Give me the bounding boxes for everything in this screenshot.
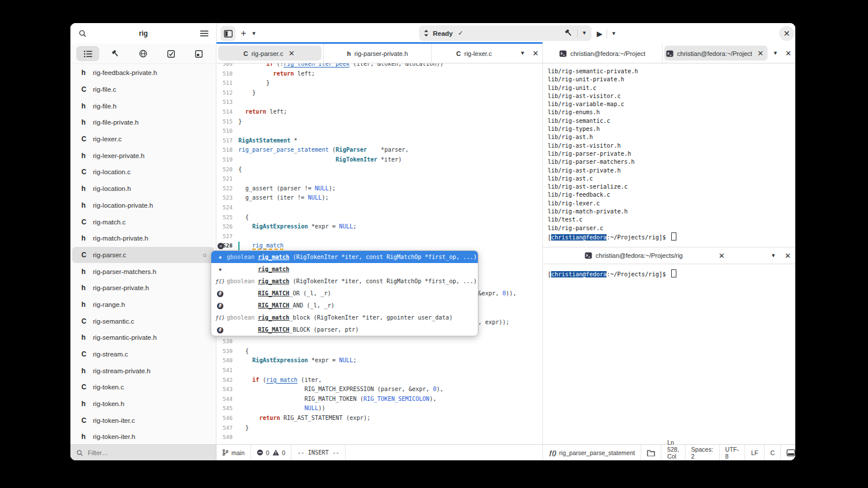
file-item[interactable]: hrig-stream-private.h (70, 362, 216, 379)
line-number[interactable]: 515 (216, 117, 238, 127)
line-number[interactable]: 514 (216, 107, 238, 117)
run-button[interactable]: ▶ (597, 29, 603, 38)
file-item[interactable]: Crig-token.c (70, 379, 216, 396)
file-item[interactable]: hrig-feedback-private.h (70, 65, 216, 81)
file-item[interactable]: Crig-file.c (70, 81, 216, 98)
sidebar-pane-button-outline-list[interactable] (76, 46, 99, 61)
sidebar-pane-button-todo-check[interactable] (159, 46, 182, 61)
line-number[interactable]: 517 (216, 136, 238, 146)
line-number[interactable]: 516 (216, 126, 238, 136)
project-folder-button[interactable] (641, 445, 661, 460)
tab-close-icon[interactable]: ✕ (719, 251, 725, 260)
completion-item[interactable]: ★rig_match (211, 263, 478, 275)
file-item[interactable]: Crig-lexer.c (70, 131, 216, 148)
file-item[interactable]: Crig-stream.c (70, 346, 216, 363)
encoding-indicator[interactable]: UTF-8 (719, 445, 745, 460)
terminal-bottom[interactable]: [christian@fedora:~/Projects/rig]$ (543, 264, 795, 444)
file-item[interactable]: hrig-parser-private.h (70, 280, 216, 296)
line-number[interactable]: 520 (216, 165, 238, 175)
line-number[interactable]: 548 (216, 433, 238, 442)
completion-item[interactable]: #RIG_MATCH_BLOCK (parser, ptr) (211, 324, 478, 336)
toggle-sidebar-button[interactable] (220, 26, 235, 41)
line-number[interactable]: 523 (216, 193, 238, 203)
line-number[interactable]: 546 (216, 414, 238, 423)
tab-close-icon[interactable]: ✕ (755, 49, 765, 58)
terminal-tab[interactable]: christian@fedora:~/Projects✕ (662, 44, 770, 63)
file-item[interactable]: hrig-range.h (70, 296, 216, 313)
completion-item[interactable]: ★gbooleanrig_match (RigTokenIter *iter, … (211, 251, 478, 263)
line-number[interactable]: 524 (216, 203, 238, 213)
line-number[interactable]: 525 (216, 213, 238, 223)
editor-tab-rig-parser.c[interactable]: Crig-parser.c✕ (216, 44, 323, 63)
editor-tab-rig-parser-private.h[interactable]: hrig-parser-private.h (323, 44, 431, 63)
sidebar-pane-button-documentation[interactable] (187, 46, 210, 61)
sidebar-pane-button-build-hammer[interactable] (104, 46, 127, 61)
line-number[interactable]: 522 (216, 184, 238, 194)
open-pages-chevron-icon[interactable]: ▼ (517, 44, 529, 63)
current-symbol-indicator[interactable]: ƒ() rig_parser_parse_statement (542, 445, 641, 460)
line-number[interactable]: 539 (216, 347, 238, 356)
frame-close-icon[interactable]: ✕ (781, 44, 795, 63)
line-number[interactable]: 512 (216, 88, 238, 98)
file-item[interactable]: hrig-location.h (70, 181, 216, 197)
file-item[interactable]: hrig-file-private.h (70, 114, 216, 131)
line-number[interactable]: 519 (216, 155, 238, 165)
diagnostics-indicator[interactable]: 0 0 (251, 445, 292, 460)
file-item[interactable]: Crig-token-iter.c (70, 412, 216, 429)
line-number[interactable]: 547 (216, 423, 238, 433)
indentation-indicator[interactable]: Spaces: 2 (685, 445, 719, 460)
new-tab-button[interactable]: + (238, 26, 249, 41)
file-item[interactable]: Crig-parser.c○ (72, 247, 214, 264)
file-item[interactable]: hrig-parser-matchers.h (70, 263, 216, 280)
open-pages-chevron-icon[interactable]: ▼ (766, 253, 780, 259)
file-item[interactable]: Crig-location.c (70, 164, 216, 181)
new-tab-menu-button[interactable]: ▼ (249, 26, 259, 41)
terminal-top[interactable]: lib/rig-semantic-private.hlib/rig-unit-p… (543, 63, 795, 247)
menu-button[interactable] (197, 26, 212, 41)
build-button[interactable] (564, 29, 573, 37)
line-number[interactable]: 513 (216, 97, 238, 107)
file-item[interactable]: hrig-match-private.h (70, 230, 216, 247)
line-number[interactable]: 541 (216, 366, 238, 376)
build-menu-chevron-icon[interactable]: ▼ (582, 31, 587, 36)
run-menu-chevron-icon[interactable]: ▼ (611, 31, 616, 36)
file-item[interactable]: hrig-location-private.h (70, 197, 216, 214)
completion-item[interactable]: ƒ{}gbooleanrig_match_block (RigTokenIter… (211, 311, 478, 324)
toggle-bottom-panel-button[interactable] (780, 445, 795, 460)
line-number[interactable]: 526 (216, 222, 238, 232)
omnibar[interactable]: Ready ✓ ▼ (419, 25, 592, 41)
completion-item[interactable]: #RIG_MATCH_AND (_l, _r) (211, 299, 478, 311)
line-number[interactable]: 521 (216, 174, 238, 184)
terminal-tab[interactable]: christian@fedora:~/Projects/rig✕ (543, 251, 766, 260)
file-item[interactable]: hrig-token-iter.h (70, 429, 216, 444)
line-number[interactable]: 542 (216, 376, 238, 385)
line-number[interactable]: 538 (216, 337, 238, 347)
completion-item[interactable]: ƒ{}gbooleanrig_match (RigTokenIter *iter… (211, 275, 478, 287)
line-number[interactable]: 527 (216, 232, 238, 242)
filter-input[interactable] (87, 449, 199, 457)
file-item[interactable]: hrig-file.h (70, 97, 216, 114)
file-item[interactable]: hrig-semantic-private.h (70, 329, 216, 346)
terminal-tab[interactable]: christian@fedora:~/Projects/rig (543, 44, 662, 63)
line-number[interactable]: 518 (216, 145, 238, 155)
line-ending-indicator[interactable]: LF (744, 445, 764, 460)
line-number[interactable]: 509 (216, 63, 238, 69)
line-number[interactable]: 511 (216, 78, 238, 88)
line-number[interactable]: 543 (216, 385, 238, 395)
window-close-button[interactable]: ✕ (779, 26, 794, 41)
editor-tab-rig-lexer.c[interactable]: Crig-lexer.c (431, 44, 517, 63)
sidebar-pane-button-globe[interactable] (132, 46, 155, 61)
file-item[interactable]: hrig-lexer-private.h (70, 147, 216, 164)
line-number[interactable]: 544 (216, 395, 238, 404)
language-indicator[interactable]: C (764, 445, 781, 460)
line-number[interactable]: 540 (216, 356, 238, 366)
tab-close-icon[interactable]: ✕ (287, 49, 297, 58)
line-number[interactable]: 510 (216, 69, 238, 79)
cursor-position-indicator[interactable]: Ln 528, Col 14 (661, 445, 684, 460)
file-item[interactable]: Crig-semantic.c (70, 313, 216, 329)
file-item[interactable]: Crig-match.c (70, 213, 216, 230)
frame-close-icon[interactable]: ✕ (780, 251, 795, 261)
completion-item[interactable]: #RIG_MATCH_OR (_l, _r) (211, 287, 478, 299)
line-number[interactable]: 545 (216, 404, 238, 414)
open-pages-chevron-icon[interactable]: ▼ (769, 44, 781, 63)
